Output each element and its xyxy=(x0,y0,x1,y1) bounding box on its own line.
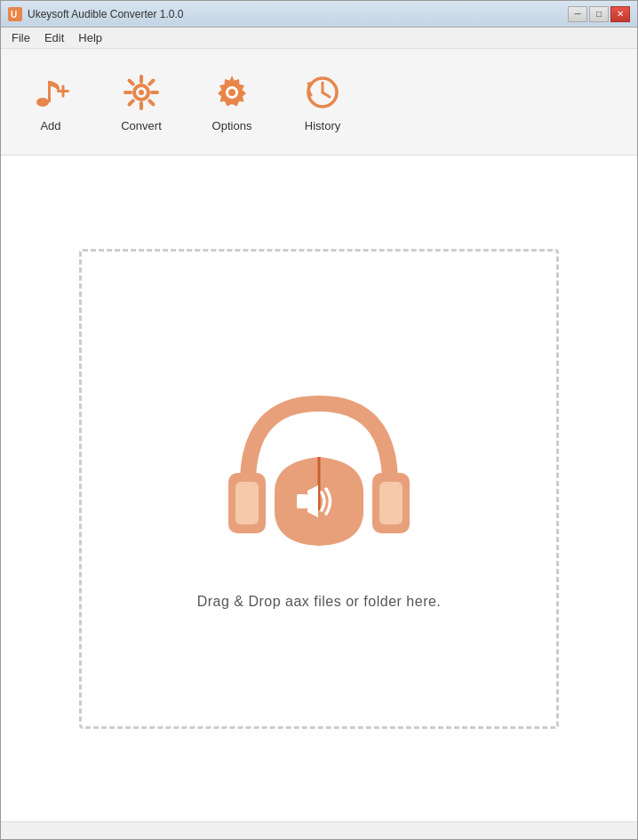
title-bar-buttons: ─ □ ✕ xyxy=(568,6,630,22)
convert-label: Convert xyxy=(121,119,162,132)
svg-rect-23 xyxy=(235,482,259,524)
svg-rect-25 xyxy=(379,482,403,524)
menu-bar: File Edit Help xyxy=(1,28,637,49)
drop-zone-text: Drag & Drop aax files or folder here. xyxy=(197,594,442,610)
window-title: Ukeysoft Audible Converter 1.0.0 xyxy=(28,8,183,20)
svg-rect-3 xyxy=(48,81,51,102)
svg-line-13 xyxy=(149,100,153,104)
svg-rect-27 xyxy=(297,494,307,508)
svg-line-14 xyxy=(149,81,153,84)
drop-zone-icon xyxy=(203,368,435,572)
svg-marker-28 xyxy=(307,485,318,517)
close-button[interactable]: ✕ xyxy=(610,6,630,22)
svg-point-17 xyxy=(228,89,235,96)
app-icon: U xyxy=(8,7,22,21)
menu-edit[interactable]: Edit xyxy=(37,29,71,46)
svg-text:U: U xyxy=(11,10,17,20)
minimize-button[interactable]: ─ xyxy=(568,6,587,22)
svg-rect-5 xyxy=(62,85,65,98)
title-bar-left: U Ukeysoft Audible Converter 1.0.0 xyxy=(8,7,183,21)
options-label: Options xyxy=(212,119,252,132)
menu-file[interactable]: File xyxy=(4,29,37,46)
history-label: History xyxy=(305,119,340,132)
svg-line-20 xyxy=(323,92,330,97)
maximize-button[interactable]: □ xyxy=(589,6,609,22)
convert-icon xyxy=(120,71,163,114)
main-content: Drag & Drop aax files or folder here. xyxy=(1,156,637,821)
history-button[interactable]: History xyxy=(291,64,355,140)
add-button[interactable]: Add xyxy=(19,64,83,140)
status-bar xyxy=(1,821,637,839)
svg-point-7 xyxy=(139,90,144,95)
toolbar: Add xyxy=(1,49,637,156)
convert-button[interactable]: Convert xyxy=(109,64,173,140)
svg-point-2 xyxy=(36,98,49,107)
svg-line-15 xyxy=(130,100,133,104)
options-icon xyxy=(211,71,253,114)
title-bar: U Ukeysoft Audible Converter 1.0.0 ─ □ ✕ xyxy=(1,1,637,28)
history-icon xyxy=(301,71,344,114)
main-window: U Ukeysoft Audible Converter 1.0.0 ─ □ ✕… xyxy=(0,0,638,840)
add-icon xyxy=(29,71,72,114)
add-label: Add xyxy=(40,119,60,132)
drop-zone[interactable]: Drag & Drop aax files or folder here. xyxy=(79,249,559,729)
options-button[interactable]: Options xyxy=(200,64,264,140)
menu-help[interactable]: Help xyxy=(71,29,109,46)
svg-line-12 xyxy=(130,81,133,84)
